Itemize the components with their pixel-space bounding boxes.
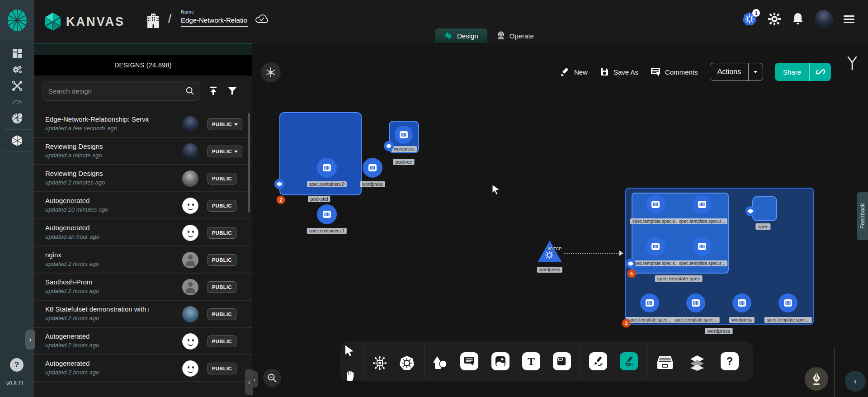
node-label: spec.template.spec.s...: [630, 260, 681, 266]
help-button[interactable]: ?: [10, 358, 24, 372]
comments-button[interactable]: Comments: [650, 67, 698, 77]
design-list-item[interactable]: Santhosh-Prom updated 2 hours ago PUBLIC: [34, 274, 252, 301]
container-node[interactable]: [640, 293, 659, 312]
frame-tool[interactable]: [553, 352, 571, 370]
kanvas-brand[interactable]: KANVAS: [44, 12, 125, 31]
search-icon[interactable]: [185, 86, 194, 95]
freehand-draw-tool[interactable]: [620, 352, 638, 370]
node-label: spec.template.spec.s...: [630, 218, 681, 224]
design-name-input[interactable]: [181, 14, 248, 27]
nav-dashboard[interactable]: [0, 45, 34, 61]
pan-tool[interactable]: [344, 369, 356, 381]
error-count-badge[interactable]: 2: [277, 196, 285, 204]
design-list-item[interactable]: Edge-Network-Relationship: Service updat…: [34, 111, 252, 138]
text-tool[interactable]: T: [522, 352, 540, 370]
nav-kanvas[interactable]: [0, 132, 34, 149]
share-button[interactable]: Share: [775, 63, 809, 81]
settings-button[interactable]: [768, 12, 781, 26]
container-node[interactable]: [317, 158, 337, 178]
visibility-badge[interactable]: PUBLIC: [208, 336, 236, 347]
design-list-item[interactable]: K8 Statefulset demonstration with mo upd…: [34, 301, 252, 328]
zoom-button[interactable]: [263, 369, 281, 387]
bottom-right-collapse-button[interactable]: ‹: [845, 371, 866, 392]
visibility-badge[interactable]: PUBLIC: [208, 146, 242, 157]
container-node[interactable]: [693, 195, 712, 214]
nav-configuration[interactable]: [0, 78, 34, 94]
filter-designs-button[interactable]: [224, 83, 241, 99]
nav-performance[interactable]: [0, 94, 34, 110]
image-tool[interactable]: [491, 352, 509, 370]
container-node[interactable]: [395, 126, 413, 144]
visibility-badge[interactable]: PUBLIC: [208, 173, 236, 184]
design-tab-icon: [444, 31, 453, 40]
container-node[interactable]: [317, 204, 337, 224]
tab-operate[interactable]: Operate: [487, 28, 543, 43]
meshery-logo[interactable]: [0, 0, 34, 41]
kubernetes-context-button[interactable]: 1: [742, 12, 757, 26]
container-node[interactable]: [646, 237, 665, 256]
select-tool[interactable]: [344, 345, 355, 356]
import-design-button[interactable]: [205, 83, 222, 99]
notifications-button[interactable]: [792, 12, 804, 26]
pen-tool[interactable]: [589, 352, 607, 370]
comment-icon: [650, 67, 661, 77]
shapes-tool[interactable]: [432, 355, 448, 371]
visibility-badge[interactable]: PUBLIC: [208, 254, 236, 266]
design-list-item[interactable]: Autogenerated updated 2 hours ago PUBLIC: [34, 328, 252, 355]
actions-caret-button[interactable]: [748, 63, 763, 80]
visibility-badge[interactable]: PUBLIC: [208, 363, 236, 374]
container-node[interactable]: [732, 293, 751, 312]
pod-badge-icon: [745, 206, 755, 216]
visibility-badge[interactable]: PUBLIC: [208, 308, 236, 320]
comment-tool[interactable]: [460, 352, 478, 370]
visibility-badge[interactable]: PUBLIC: [208, 118, 242, 130]
organization-icon[interactable]: [146, 13, 161, 31]
error-count-badge[interactable]: 3: [622, 319, 631, 328]
shapes-dock-toggle[interactable]: [261, 62, 281, 82]
design-search-input[interactable]: [48, 87, 185, 95]
save-as-button[interactable]: Save As: [599, 67, 638, 77]
kubernetes-components-tool[interactable]: [399, 355, 415, 371]
layers-tool[interactable]: [689, 355, 706, 371]
drawer-tool[interactable]: [656, 355, 674, 370]
merge-branch-icon[interactable]: [846, 56, 858, 73]
menu-button[interactable]: [844, 15, 854, 23]
panel-collapse-button[interactable]: ‹: [245, 369, 253, 395]
user-avatar[interactable]: [815, 10, 833, 28]
spec-node-label: spec: [755, 223, 770, 230]
design-list-item[interactable]: Reviewing Designs updated 2 minutes ago …: [34, 165, 252, 192]
container-node[interactable]: [693, 237, 712, 256]
container-node[interactable]: [363, 158, 382, 178]
design-list-item[interactable]: Autogenerated updated an hour ago PUBLIC: [34, 219, 252, 246]
design-canvas[interactable]: New Save As Comments Actions Share: [252, 43, 868, 397]
visibility-badge[interactable]: PUBLIC: [208, 200, 236, 212]
kanvas-logo-icon: [44, 12, 61, 31]
node-spec[interactable]: [752, 196, 777, 221]
feedback-tab[interactable]: Feedback: [857, 192, 868, 240]
container-node[interactable]: [686, 293, 705, 312]
actions-button[interactable]: Actions: [710, 63, 748, 80]
design-list-item[interactable]: Autogenerated updated 2 hours ago PUBLIC: [34, 355, 252, 382]
nav-lifecycle[interactable]: [0, 61, 34, 78]
visibility-badge[interactable]: PUBLIC: [208, 227, 236, 239]
design-list-scrollbar[interactable]: [248, 113, 250, 213]
nav-extensions[interactable]: [0, 110, 34, 127]
design-list-item[interactable]: Autogenerated updated 10 minutes ago PUB…: [34, 192, 252, 219]
service-edge[interactable]: [564, 253, 620, 254]
tab-design[interactable]: Design: [435, 28, 487, 43]
components-tool[interactable]: [372, 355, 387, 371]
annotate-pen-button[interactable]: [805, 367, 828, 391]
save-icon: [599, 67, 609, 77]
design-list-item[interactable]: nginx updated 2 hours ago PUBLIC: [34, 246, 252, 274]
help-tool[interactable]: ?: [721, 352, 739, 370]
node-label: spec.template.spec.s...: [677, 260, 727, 266]
new-design-button[interactable]: New: [560, 67, 588, 77]
container-node[interactable]: [778, 293, 797, 312]
copy-link-button[interactable]: [809, 63, 831, 81]
error-count-badge[interactable]: 5: [627, 269, 636, 278]
visibility-badge[interactable]: PUBLIC: [208, 281, 236, 293]
design-updated: updated 2 hours ago: [45, 315, 99, 321]
rail-expand-button[interactable]: ›: [25, 330, 35, 350]
container-node[interactable]: [646, 195, 665, 214]
design-list-item[interactable]: Reviewing Designs updated a minute ago P…: [34, 138, 252, 165]
